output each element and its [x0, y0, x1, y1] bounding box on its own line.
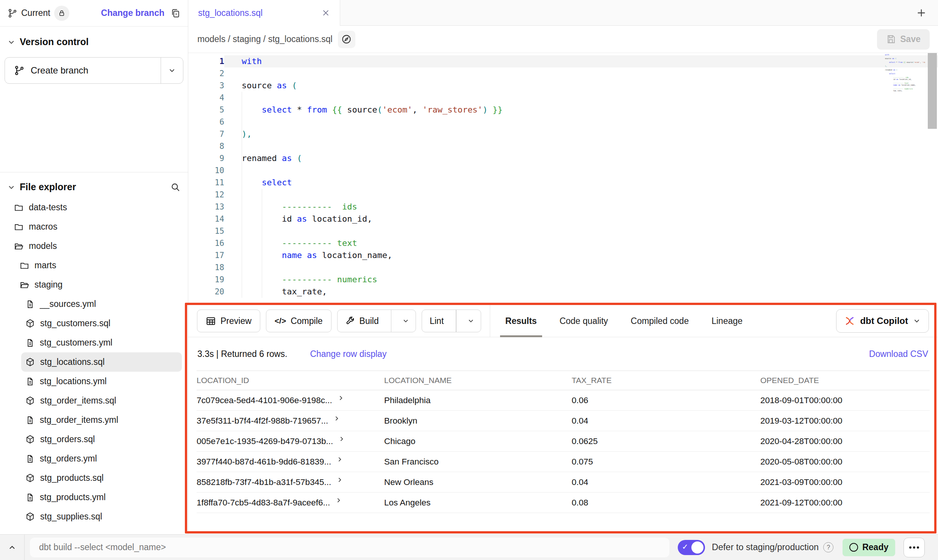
code-text	[224, 67, 938, 80]
lint-button[interactable]: Lint	[422, 310, 481, 332]
doc-icon	[25, 493, 34, 502]
panel-tab-results[interactable]: Results	[494, 305, 548, 337]
editor-scrollbar[interactable]	[928, 53, 937, 129]
code-line: 20 tax_rate,	[188, 286, 938, 298]
doc-icon	[25, 300, 34, 309]
tree-item-label: marts	[34, 260, 56, 271]
line-number: 9	[188, 152, 224, 164]
tree-item-stg-orders-sql[interactable]: stg_orders.sql	[0, 430, 188, 449]
expand-row-icon[interactable]	[338, 395, 344, 401]
code-line: 5 select * from {{ source('ecom', 'raw_s…	[188, 104, 938, 116]
tree-item--sources-yml[interactable]: __sources.yml	[0, 294, 188, 314]
file-explorer-header[interactable]: File explorer	[0, 172, 188, 197]
build-main[interactable]: Build	[338, 310, 386, 332]
line-number: 19	[188, 274, 224, 286]
tree-item-label: stg_locations.yml	[40, 376, 106, 386]
git-branch-icon	[14, 65, 25, 76]
version-control-title: Version control	[20, 36, 89, 47]
create-branch-main[interactable]: Create branch	[5, 58, 161, 83]
code-line: 12	[188, 189, 938, 201]
chevron-down-icon	[913, 317, 921, 325]
panel-toolbar: Preview </> Compile Build	[188, 305, 938, 337]
footer-divider	[24, 535, 25, 560]
tree-item-stg-order-items-sql[interactable]: stg_order_items.sql	[0, 391, 188, 410]
tree-item-stg-customers-sql[interactable]: stg_customers.sql	[0, 314, 188, 333]
cell-text: 7c079cea-5ed4-4101-906e-9198c...	[197, 396, 332, 405]
tree-item-macros[interactable]: macros	[0, 217, 188, 236]
cell-text: 1f8ffa70-7cb5-4d83-8a7f-9aceef6...	[197, 498, 330, 508]
line-number: 4	[188, 92, 224, 104]
code-text: ),	[224, 128, 938, 140]
tree-item-staging[interactable]: staging	[0, 275, 188, 294]
build-button[interactable]: Build	[337, 310, 416, 332]
collapse-panel-button[interactable]	[0, 535, 24, 560]
main-area: stg_locations.sql models / staging / stg…	[188, 0, 938, 534]
preview-button[interactable]: Preview	[197, 310, 260, 332]
tree-item-data-tests[interactable]: data-tests	[0, 198, 188, 217]
panel-tab-compiled-code[interactable]: Compiled code	[619, 305, 700, 337]
compile-button[interactable]: </> Compile	[266, 310, 331, 332]
tree-item-stg-products-yml[interactable]: stg_products.yml	[0, 488, 188, 507]
check-icon: ✓	[682, 542, 688, 551]
tree-item-models[interactable]: models	[0, 236, 188, 256]
line-number: 12	[188, 189, 224, 201]
tree-item-stg-locations-yml[interactable]: stg_locations.yml	[0, 372, 188, 391]
change-branch-link[interactable]: Change branch	[101, 8, 164, 18]
tree-item-stg-order-items-yml[interactable]: stg_order_items.yml	[0, 410, 188, 430]
doc-icon	[25, 416, 34, 425]
change-row-display-link[interactable]: Change row display	[310, 349, 386, 359]
minimap[interactable]: 1with23source as (45 select * from {{ so…	[884, 54, 925, 92]
create-branch-dropdown[interactable]	[161, 58, 183, 83]
code-editor[interactable]: 1with23source as (45 select * from {{ so…	[188, 53, 938, 305]
code-text: id as location_id,	[224, 213, 938, 225]
breadcrumb-row: models / staging / stg_locations.sql Sav…	[188, 26, 938, 53]
more-options-button[interactable]	[904, 538, 925, 557]
cell-location_name: Brooklyn	[384, 416, 572, 426]
expand-row-icon[interactable]	[336, 456, 343, 463]
tree-item-label: staging	[34, 280, 63, 290]
expand-row-icon[interactable]	[333, 415, 340, 422]
defer-toggle[interactable]: ✓	[678, 540, 705, 555]
panel-tab-code-quality[interactable]: Code quality	[548, 305, 619, 337]
search-icon[interactable]	[170, 182, 180, 192]
version-control-section-header[interactable]: Version control	[0, 27, 188, 50]
tree-item-marts[interactable]: marts	[0, 256, 188, 275]
indent-guide	[262, 189, 262, 298]
panel-tab-lineage[interactable]: Lineage	[700, 305, 754, 337]
create-branch-button[interactable]: Create branch	[5, 57, 183, 84]
cell-opened_date: 2021-09-12T00:00:00	[760, 498, 930, 508]
doc-icon	[25, 454, 34, 463]
cell-location_id: 3977f440-b87d-461b-9dd6-81839...	[197, 457, 384, 467]
code-text	[224, 164, 938, 177]
expand-row-icon[interactable]	[335, 497, 342, 504]
dbt-copilot-button[interactable]: dbt Copilot	[836, 309, 929, 333]
build-dropdown[interactable]	[396, 310, 416, 332]
tab-stg-locations-sql[interactable]: stg_locations.sql	[188, 0, 340, 26]
lint-main[interactable]: Lint	[422, 310, 451, 332]
tree-item-stg-orders-yml[interactable]: stg_orders.yml	[0, 449, 188, 468]
code-lines: 1with23source as (45 select * from {{ so…	[188, 55, 938, 298]
cell-location_name: San Francisco	[384, 457, 572, 467]
copilot-icon	[844, 315, 855, 327]
tree-item-stg-products-sql[interactable]: stg_products.sql	[0, 468, 188, 488]
cell-tax_rate: 0.04	[572, 416, 760, 426]
results-panel: Preview </> Compile Build	[188, 305, 938, 534]
close-tab-icon[interactable]	[322, 9, 330, 17]
lint-dropdown[interactable]	[461, 310, 481, 332]
expand-row-icon[interactable]	[336, 477, 343, 483]
tree-item-label: stg_order_items.yml	[40, 415, 118, 425]
tree-item-stg-customers-yml[interactable]: stg_customers.yml	[0, 333, 188, 352]
copy-icon[interactable]	[170, 8, 180, 18]
defer-label: Defer to staging/production	[712, 542, 819, 552]
expand-row-icon[interactable]	[338, 436, 345, 442]
download-csv-link[interactable]: Download CSV	[869, 349, 928, 359]
new-tab-button[interactable]	[911, 0, 932, 26]
command-input[interactable]	[30, 538, 669, 557]
lineage-compass-icon[interactable]	[338, 31, 355, 48]
code-text: ---------- numerics	[224, 274, 938, 286]
tree-item-stg-supplies-sql[interactable]: stg_supplies.sql	[0, 507, 188, 526]
tree-item-stg-locations-sql[interactable]: stg_locations.sql	[21, 352, 182, 372]
cell-location_name: Chicago	[384, 436, 572, 446]
save-button[interactable]: Save	[877, 29, 930, 50]
help-icon[interactable]: ?	[823, 542, 833, 552]
